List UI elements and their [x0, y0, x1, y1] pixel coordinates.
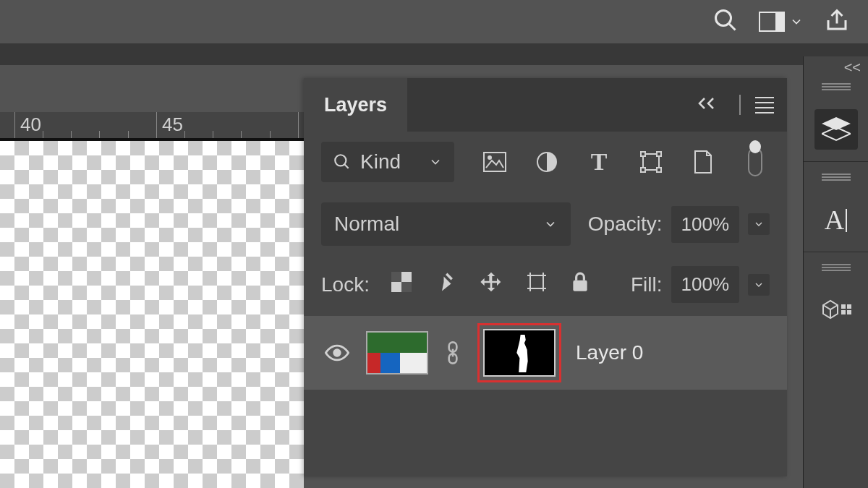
- dock-collapse-button[interactable]: <<: [844, 59, 861, 76]
- fill-label: Fill:: [631, 273, 663, 296]
- svg-rect-13: [657, 168, 661, 172]
- search-icon: [333, 153, 352, 171]
- svg-marker-31: [822, 117, 851, 130]
- layers-empty-area: [304, 390, 787, 476]
- panel-collapse-icon[interactable]: [697, 95, 725, 115]
- blend-mode-dropdown[interactable]: Normal: [321, 202, 571, 246]
- svg-point-4: [335, 155, 346, 166]
- layers-panel: Layers Kind T Normal: [304, 78, 787, 476]
- lock-fill-row: Lock: Fill: 100%: [304, 256, 787, 313]
- opacity-input[interactable]: 100%: [671, 206, 740, 243]
- layer-mask-thumbnail[interactable]: [483, 329, 556, 377]
- filter-type-icon[interactable]: T: [584, 147, 613, 176]
- svg-rect-26: [573, 281, 587, 291]
- svg-rect-11: [657, 152, 661, 156]
- layer-thumbnail[interactable]: [366, 331, 428, 374]
- svg-rect-33: [842, 305, 845, 308]
- filter-smartobject-icon[interactable]: [689, 147, 718, 176]
- chevron-down-icon: [543, 217, 558, 231]
- ruler-label: 40: [20, 114, 41, 136]
- visibility-toggle[interactable]: [323, 344, 352, 361]
- fill-input[interactable]: 100%: [671, 266, 740, 303]
- lock-artboard-icon[interactable]: [526, 271, 548, 298]
- lock-position-icon[interactable]: [480, 270, 503, 299]
- document-tabbar: [0, 43, 868, 65]
- chevron-down-icon: [789, 14, 804, 29]
- svg-rect-6: [484, 153, 506, 171]
- mask-highlight: [477, 323, 561, 382]
- layer-name[interactable]: Layer 0: [576, 341, 643, 364]
- horizontal-ruler: 40 45: [0, 112, 304, 138]
- chevron-down-icon: [428, 155, 443, 169]
- filter-shape-icon[interactable]: [637, 147, 665, 176]
- blend-mode-value: Normal: [334, 213, 399, 236]
- lock-transparency-icon[interactable]: [391, 272, 412, 297]
- opacity-stepper[interactable]: [748, 213, 770, 235]
- dock-grip[interactable]: [822, 264, 851, 271]
- svg-line-1: [729, 24, 736, 30]
- filter-pixel-icon[interactable]: [480, 147, 509, 176]
- svg-rect-10: [641, 152, 645, 156]
- svg-line-5: [344, 164, 348, 168]
- lock-all-icon[interactable]: [571, 271, 590, 298]
- svg-rect-15: [391, 272, 401, 282]
- svg-point-0: [716, 11, 731, 26]
- filter-kind-label: Kind: [360, 150, 401, 174]
- layer-row[interactable]: Layer 0: [304, 316, 787, 390]
- app-topbar: [0, 0, 868, 43]
- dock-layers-icon[interactable]: [814, 109, 858, 150]
- dock-3d-icon[interactable]: [814, 290, 858, 330]
- panel-menu-icon[interactable]: [755, 97, 774, 114]
- fill-stepper[interactable]: [748, 274, 770, 296]
- svg-rect-3: [776, 12, 784, 31]
- document-canvas[interactable]: [0, 141, 304, 488]
- dock-grip[interactable]: [822, 174, 851, 181]
- filter-adjustment-icon[interactable]: [532, 147, 561, 176]
- panel-tabbar: Layers: [304, 78, 787, 132]
- blend-opacity-row: Normal Opacity: 100%: [304, 192, 787, 256]
- filter-toggle-switch[interactable]: [741, 147, 770, 176]
- dock-character-icon[interactable]: A: [814, 200, 858, 240]
- mask-link-icon[interactable]: [443, 341, 463, 364]
- opacity-label: Opacity:: [588, 213, 663, 236]
- right-dock: << A: [803, 56, 868, 488]
- tab-layers[interactable]: Layers: [304, 78, 407, 132]
- ruler-label: 45: [162, 114, 183, 136]
- dock-grip[interactable]: [822, 83, 851, 90]
- svg-rect-35: [842, 311, 845, 314]
- filter-kind-dropdown[interactable]: Kind: [321, 142, 454, 182]
- svg-rect-34: [848, 305, 851, 308]
- svg-rect-36: [848, 311, 851, 314]
- share-icon[interactable]: [824, 7, 850, 36]
- svg-rect-12: [641, 168, 645, 172]
- svg-rect-16: [401, 282, 412, 292]
- svg-point-7: [488, 156, 491, 159]
- svg-rect-17: [530, 275, 543, 288]
- workspace-switcher[interactable]: [759, 12, 804, 32]
- layer-filter-row: Kind T: [304, 132, 787, 192]
- lock-label: Lock:: [321, 273, 370, 296]
- search-icon[interactable]: [712, 7, 739, 36]
- lock-pixels-icon[interactable]: [435, 271, 456, 298]
- svg-point-27: [334, 350, 341, 356]
